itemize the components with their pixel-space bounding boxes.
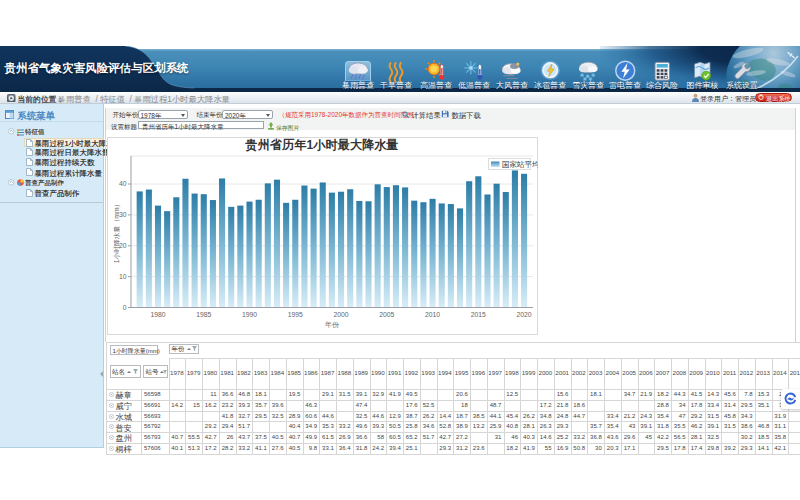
svg-text:0: 0	[122, 303, 126, 310]
svg-text:2015: 2015	[470, 311, 485, 318]
svg-text:1985: 1985	[196, 311, 211, 318]
svg-text:国家站平均: 国家站平均	[502, 160, 538, 169]
svg-text:2005: 2005	[379, 311, 394, 318]
svg-text:年份: 年份	[325, 321, 340, 329]
svg-text:30: 30	[118, 211, 126, 218]
svg-text:40: 40	[118, 180, 126, 187]
svg-text:1995: 1995	[287, 311, 302, 318]
svg-text:2020: 2020	[516, 311, 531, 318]
svg-text:10: 10	[118, 272, 126, 279]
svg-text:2000: 2000	[333, 311, 348, 318]
svg-text:贵州省历年1小时最大降水量: 贵州省历年1小时最大降水量	[244, 138, 398, 152]
svg-text:1990: 1990	[241, 311, 256, 318]
svg-text:1小时降水量（mm）: 1小时降水量（mm）	[113, 200, 121, 263]
svg-text:1980: 1980	[150, 311, 165, 318]
svg-text:20: 20	[118, 242, 126, 249]
svg-text:2010: 2010	[425, 311, 440, 318]
